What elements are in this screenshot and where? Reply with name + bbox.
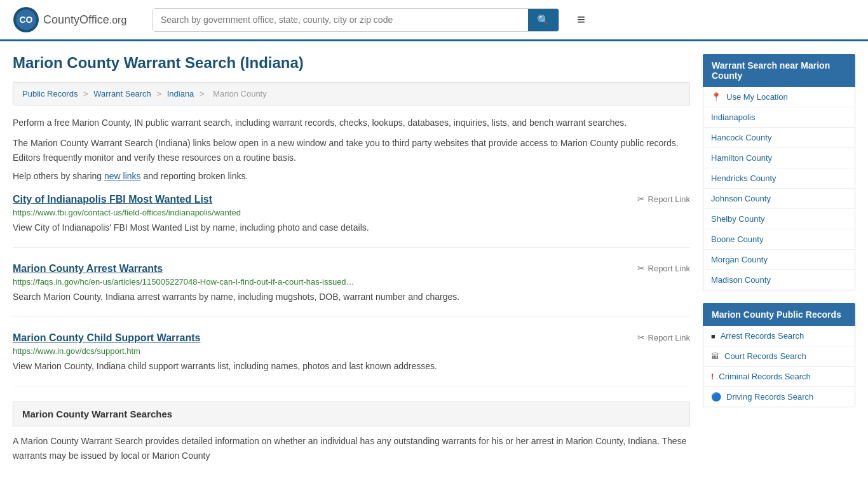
breadcrumb-indiana[interactable]: Indiana <box>167 89 194 98</box>
result-desc-3: View Marion County, Indiana child suppor… <box>13 360 690 373</box>
search-button[interactable]: 🔍 <box>528 9 559 31</box>
help-text: Help others by sharing new links and rep… <box>13 171 690 181</box>
report-link-button-2[interactable]: ✂ Report Link <box>637 263 690 273</box>
report-icon-3: ✂ <box>637 332 645 342</box>
sidebar: Warrant Search near Marion County 📍 Use … <box>703 54 855 463</box>
public-records-heading: Marion County Public Records <box>703 303 855 326</box>
sidebar-item-indianapolis[interactable]: Indianapolis <box>703 107 855 128</box>
search-bar: 🔍 <box>153 8 559 32</box>
sidebar-item-use-my-location[interactable]: 📍 Use My Location <box>703 87 855 107</box>
sidebar-item-madison-county[interactable]: Madison County <box>703 270 855 290</box>
result-desc-2: Search Marion County, Indiana arrest war… <box>13 290 690 304</box>
search-input[interactable] <box>153 9 528 31</box>
content-area: Marion County Warrant Search (Indiana) P… <box>13 54 690 463</box>
result-title-2[interactable]: Marion County Arrest Warrants <box>13 263 163 274</box>
breadcrumb: Public Records > Warrant Search > Indian… <box>13 82 690 105</box>
result-header-2: Marion County Arrest Warrants ✂ Report L… <box>13 263 690 274</box>
public-records-list: ■ Arrest Records Search 🏛 Court Records … <box>703 326 855 407</box>
result-title-1[interactable]: City of Indianapolis FBI Most Wanted Lis… <box>13 194 212 205</box>
sidebar-item-arrest-records[interactable]: ■ Arrest Records Search <box>703 326 855 346</box>
result-card-3: Marion County Child Support Warrants ✂ R… <box>13 332 690 386</box>
breadcrumb-warrant-search[interactable]: Warrant Search <box>93 89 151 98</box>
result-card-2: Marion County Arrest Warrants ✂ Report L… <box>13 263 690 317</box>
sidebar-item-johnson-county[interactable]: Johnson County <box>703 189 855 209</box>
new-links-link[interactable]: new links <box>104 171 141 181</box>
report-icon-2: ✂ <box>637 263 645 273</box>
result-desc-1: View City of Indianapolis' FBI Most Want… <box>13 221 690 234</box>
result-url-1: https://www.fbi.gov/contact-us/field-off… <box>13 208 690 217</box>
sidebar-item-criminal-records[interactable]: ! Criminal Records Search <box>703 367 855 387</box>
intro-text-2: The Marion County Warrant Search (Indian… <box>13 136 690 165</box>
intro-text-1: Perform a free Marion County, IN public … <box>13 116 690 130</box>
result-card-1: City of Indianapolis FBI Most Wanted Lis… <box>13 194 690 248</box>
section-description: A Marion County Warrant Search provides … <box>13 434 690 463</box>
logo-icon: CO <box>13 6 39 33</box>
sidebar-item-hancock-county[interactable]: Hancock County <box>703 128 855 148</box>
sidebar-item-hendricks-county[interactable]: Hendricks County <box>703 168 855 189</box>
logo-area: CO CountyOffice.org <box>13 6 140 33</box>
sidebar-item-hamilton-county[interactable]: Hamilton County <box>703 148 855 168</box>
sidebar-item-boone-county[interactable]: Boone County <box>703 229 855 250</box>
sidebar-item-court-records[interactable]: 🏛 Court Records Search <box>703 346 855 367</box>
result-header-3: Marion County Child Support Warrants ✂ R… <box>13 332 690 344</box>
logo-text: CountyOffice.org <box>43 13 126 27</box>
menu-button[interactable]: ≡ <box>572 9 590 30</box>
criminal-records-icon: ! <box>711 372 714 381</box>
report-link-button-3[interactable]: ✂ Report Link <box>637 332 690 342</box>
nearby-section: Warrant Search near Marion County 📍 Use … <box>703 54 855 290</box>
location-pin-icon: 📍 <box>711 92 721 102</box>
warrant-searches-section-heading: Marion County Warrant Searches <box>13 402 690 426</box>
nearby-list: 📍 Use My Location Indianapolis Hancock C… <box>703 87 855 290</box>
breadcrumb-current: Marion County <box>213 89 267 98</box>
breadcrumb-sep-1: > <box>83 89 90 98</box>
sidebar-item-driving-records[interactable]: 🔵 Driving Records Search <box>703 387 855 407</box>
arrest-records-icon: ■ <box>711 332 715 340</box>
svg-text:CO: CO <box>20 15 33 25</box>
report-icon-1: ✂ <box>637 194 645 204</box>
breadcrumb-sep-3: > <box>200 89 207 98</box>
report-link-button-1[interactable]: ✂ Report Link <box>637 194 690 204</box>
hamburger-icon: ≡ <box>577 11 585 27</box>
result-title-3[interactable]: Marion County Child Support Warrants <box>13 332 200 344</box>
result-url-2: https://faqs.in.gov/hc/en-us/articles/11… <box>13 277 690 287</box>
page-title: Marion County Warrant Search (Indiana) <box>13 54 690 72</box>
sidebar-item-shelby-county[interactable]: Shelby County <box>703 209 855 229</box>
main-container: Marion County Warrant Search (Indiana) P… <box>0 41 868 475</box>
nearby-heading: Warrant Search near Marion County <box>703 54 855 87</box>
public-records-section: Marion County Public Records ■ Arrest Re… <box>703 303 855 407</box>
result-header-1: City of Indianapolis FBI Most Wanted Lis… <box>13 194 690 205</box>
breadcrumb-public-records[interactable]: Public Records <box>22 89 78 98</box>
driving-records-icon: 🔵 <box>711 392 721 402</box>
sidebar-item-morgan-county[interactable]: Morgan County <box>703 250 855 270</box>
breadcrumb-sep-2: > <box>156 89 163 98</box>
court-records-icon: 🏛 <box>711 351 719 361</box>
search-icon: 🔍 <box>537 15 550 25</box>
site-header: CO CountyOffice.org 🔍 ≡ <box>0 0 868 41</box>
result-url-3: https://www.in.gov/dcs/support.htm <box>13 346 690 356</box>
